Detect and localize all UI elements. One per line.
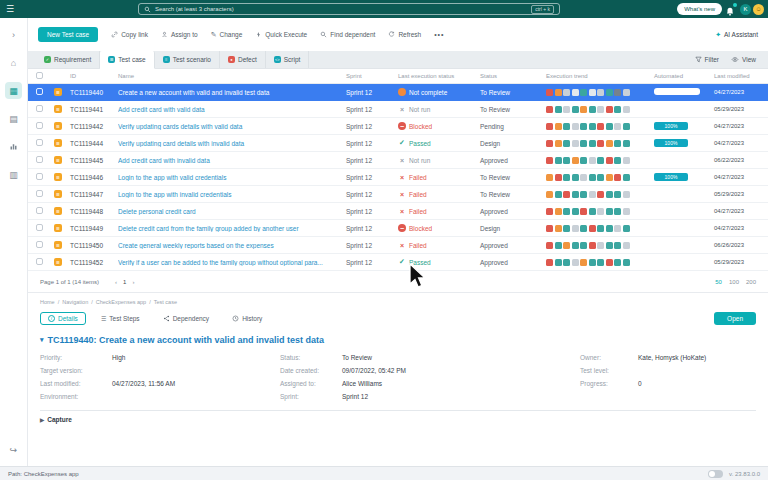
quick-execute-button[interactable]: Quick Execute	[255, 31, 307, 38]
grid-icon[interactable]: ▥	[5, 166, 22, 183]
row-checkbox[interactable]	[36, 88, 43, 95]
column-header-last-execution-status[interactable]: Last execution status	[398, 73, 480, 79]
column-header-execution-trend[interactable]: Execution trend	[546, 73, 654, 79]
column-header-automated[interactable]: Automated	[654, 73, 714, 79]
column-header-name[interactable]: Name	[118, 73, 346, 79]
trend-square	[589, 208, 596, 215]
detail-field: Last modified:04/27/2023, 11:56 AM	[40, 380, 280, 387]
row-id: TC1119440	[70, 89, 118, 96]
breadcrumb-item[interactable]: Navigation	[62, 299, 88, 305]
view-button[interactable]: View	[731, 56, 756, 63]
execution-trend	[546, 123, 654, 130]
table-row[interactable]: ☰TC1119448Delete personal credit cardSpr…	[28, 203, 768, 220]
theme-toggle[interactable]	[708, 470, 723, 478]
execution-status-icon: ✓	[398, 139, 406, 147]
tab-test-case[interactable]: ☰Test case	[100, 51, 154, 69]
table-row[interactable]: ☰TC1119452Verify if a user can be added …	[28, 254, 768, 271]
row-checkbox[interactable]	[36, 105, 43, 112]
tab-scenario[interactable]: ≡Test scenario	[155, 51, 220, 68]
current-page[interactable]: 1	[123, 279, 126, 285]
row-checkbox[interactable]	[36, 139, 43, 146]
test-case-link[interactable]: Create general weekly reports based on t…	[118, 242, 346, 249]
breadcrumb-item[interactable]: CheckExpenses app	[96, 299, 146, 305]
test-case-link[interactable]: Verify if a user can be added to the fam…	[118, 259, 346, 266]
notifications-button[interactable]	[725, 3, 737, 15]
test-case-link[interactable]: Delete personal credit card	[118, 208, 346, 215]
assign-to-button[interactable]: Assign to	[161, 31, 198, 38]
tab-defect[interactable]: ●Defect	[220, 51, 266, 68]
page-size-100[interactable]: 100	[729, 279, 739, 285]
export-icon[interactable]: ↪	[5, 441, 22, 458]
test-case-link[interactable]: Verify updating cards details with valid…	[118, 123, 346, 130]
table-row[interactable]: ☰TC1119449Delete credit card from the fa…	[28, 220, 768, 237]
test-case-link[interactable]: Verify updating card details with invali…	[118, 140, 346, 147]
new-test-case-button[interactable]: New Test case	[38, 27, 98, 42]
row-checkbox[interactable]	[36, 207, 43, 214]
trend-square	[606, 191, 613, 198]
refresh-button[interactable]: Refresh	[388, 31, 421, 38]
row-checkbox[interactable]	[36, 241, 43, 248]
column-header-id[interactable]: ID	[70, 73, 118, 79]
row-checkbox[interactable]	[36, 156, 43, 163]
avatar[interactable]: K	[740, 4, 751, 15]
table-row[interactable]: ☰TC1119446Login to the app with valid cr…	[28, 169, 768, 186]
table-row[interactable]: ☰TC1119447Login to the app with invalid …	[28, 186, 768, 203]
ai-assistant-button[interactable]: ✦ AI Assistant	[715, 31, 758, 39]
test-case-link[interactable]: Delete credit card from the family group…	[118, 225, 346, 232]
table-row[interactable]: ☰TC1119440Create a new account with vali…	[28, 84, 768, 101]
more-actions-button[interactable]: •••	[434, 31, 444, 38]
breadcrumb-item[interactable]: Home	[40, 299, 55, 305]
select-all-checkbox[interactable]	[36, 72, 43, 79]
row-checkbox[interactable]	[36, 258, 43, 265]
capture-section-toggle[interactable]: ▶ Capture	[40, 410, 756, 423]
tab-script[interactable]: <>Script	[266, 51, 310, 68]
test-case-link[interactable]: Login to the app with invalid credential…	[118, 191, 346, 198]
search-input[interactable]: Search (at least 3 characters) ctrl + k	[138, 3, 560, 15]
copy-link-button[interactable]: Copy link	[111, 31, 148, 38]
next-page-button[interactable]: ›	[132, 279, 134, 285]
path-label: Path: CheckExpenses app	[8, 471, 79, 477]
icon-cell: ☰	[54, 122, 70, 130]
row-checkbox[interactable]	[36, 190, 43, 197]
home-icon[interactable]: ⌂	[5, 54, 22, 71]
open-button[interactable]: Open	[714, 312, 756, 325]
documents-icon[interactable]: ▤	[5, 110, 22, 127]
projects-icon[interactable]: ▦	[5, 82, 22, 99]
row-checkbox[interactable]	[36, 224, 43, 231]
tab-requirement[interactable]: ✓Requirement	[36, 51, 100, 68]
reports-icon[interactable]	[5, 138, 22, 155]
test-case-link[interactable]: Add credit card with valid data	[118, 106, 346, 113]
collapse-details-icon[interactable]: ▾	[40, 336, 44, 344]
test-case-link[interactable]: Add credit card with invalid data	[118, 157, 346, 164]
table-row[interactable]: ☰TC1119450Create general weekly reports …	[28, 237, 768, 254]
whats-new-button[interactable]: What's new	[677, 3, 722, 15]
table-row[interactable]: ☰TC1119442Verify updating cards details …	[28, 118, 768, 135]
breadcrumb-item[interactable]: Test case	[154, 299, 177, 305]
prev-page-button[interactable]: ‹	[115, 279, 117, 285]
detail-tab-dependency[interactable]: Dependency	[155, 312, 218, 325]
detail-tab-test-steps[interactable]: ☰ Test Steps	[93, 312, 148, 325]
row-checkbox[interactable]	[36, 173, 43, 180]
change-button[interactable]: ✎ Change	[211, 31, 243, 38]
column-header-sprint[interactable]: Sprint	[346, 73, 398, 79]
test-case-link[interactable]: Login to the app with valid credentials	[118, 174, 346, 181]
column-header-status[interactable]: Status	[480, 73, 546, 79]
detail-tab-details[interactable]: i Details	[40, 312, 86, 325]
detail-tab-history[interactable]: History	[224, 312, 270, 325]
tab-label: Test scenario	[173, 56, 211, 63]
table-row[interactable]: ☰TC1119445Add credit card with invalid d…	[28, 152, 768, 169]
trend-square	[623, 106, 630, 113]
row-checkbox[interactable]	[36, 122, 43, 129]
page-size-200[interactable]: 200	[746, 279, 756, 285]
hamburger-menu-icon[interactable]: ☰	[6, 4, 14, 14]
column-header-last-modified[interactable]: Last modified	[714, 73, 768, 79]
avatar[interactable]: ☺	[753, 4, 764, 15]
test-case-link[interactable]: Create a new account with valid and inva…	[118, 89, 346, 96]
collapse-sidebar-icon[interactable]: ›	[5, 26, 22, 43]
find-dependent-button[interactable]: Find dependent	[320, 31, 375, 38]
trend-square	[546, 225, 553, 232]
page-size-50[interactable]: 50	[715, 279, 722, 285]
table-row[interactable]: ☰TC1119441Add credit card with valid dat…	[28, 101, 768, 118]
table-row[interactable]: ☰TC1119444Verify updating card details w…	[28, 135, 768, 152]
filter-button[interactable]: Filter	[695, 56, 719, 63]
